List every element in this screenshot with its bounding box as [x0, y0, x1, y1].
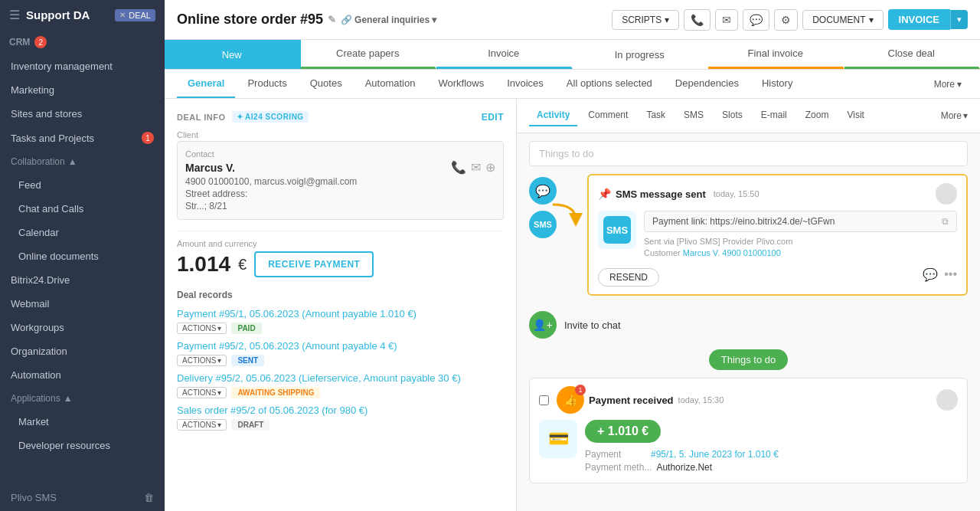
crm-label: CRM — [9, 37, 30, 47]
copy-icon[interactable]: ⧉ — [942, 216, 949, 227]
things-to-do-input[interactable]: Things to do — [529, 141, 968, 166]
contact-phone-icon[interactable]: 📞 — [451, 160, 466, 175]
crm-section: CRM 2 — [0, 30, 165, 54]
record-1-tags: ACTIONS ▾ PAID — [177, 323, 504, 334]
deal-badge-close[interactable]: ✕ — [119, 11, 126, 19]
deal-badge[interactable]: ✕ DEAL — [115, 9, 155, 21]
trash-icon[interactable]: 🗑 — [144, 492, 154, 503]
sidebar-item-marketing[interactable]: Marketing — [0, 78, 165, 102]
scripts-button[interactable]: SCRIPTS ▾ — [612, 10, 679, 30]
tab-products[interactable]: Products — [237, 70, 297, 98]
stage-create-papers[interactable]: Create papers — [301, 40, 437, 69]
contact-details: 4900 01000100, marcus.voigl@gmail.com — [185, 176, 495, 187]
activity-tab-email[interactable]: E-mail — [753, 105, 795, 126]
general-inquiries-tag[interactable]: 🔗 General inquiries ▾ — [341, 15, 436, 25]
activity-tab-more[interactable]: More ▾ — [941, 110, 968, 121]
sidebar-item-calendar[interactable]: Calendar — [0, 221, 165, 244]
sidebar-item-collaboration[interactable]: Collaboration ▲ — [0, 150, 165, 173]
contact-email-icon[interactable]: ✉ — [471, 160, 481, 175]
hamburger-icon[interactable]: ☰ — [9, 8, 20, 22]
record-1-actions-tag[interactable]: ACTIONS ▾ — [177, 323, 227, 334]
invoice-main-button[interactable]: INVOICE — [888, 9, 950, 30]
tab-automation[interactable]: Automation — [354, 70, 426, 98]
sidebar-item-inventory[interactable]: Inventory management — [0, 54, 165, 78]
email-button[interactable]: ✉ — [715, 9, 738, 31]
activity-tab-comment[interactable]: Comment — [580, 105, 635, 126]
sms-text-area: Payment link: https://eino.bitrix24.de/~… — [644, 211, 957, 257]
stage-new[interactable]: New — [165, 40, 301, 69]
sidebar-item-applications-label: Applications — [11, 393, 60, 404]
tab-workflows[interactable]: Workflows — [427, 70, 495, 98]
things-to-do-button[interactable]: Things to do — [709, 349, 789, 370]
record-4-actions-tag[interactable]: ACTIONS ▾ — [177, 419, 227, 431]
more-dots-icon[interactable]: ••• — [944, 267, 957, 281]
activity-tab-slots[interactable]: Slots — [714, 105, 750, 126]
record-link-4[interactable]: Sales order #95/2 of 05.06.2023 (for 980… — [177, 405, 368, 416]
sidebar-item-feed[interactable]: Feed — [0, 173, 165, 197]
invoice-arrow-button[interactable]: ▾ — [950, 10, 968, 29]
sidebar-item-automation[interactable]: Automation — [0, 363, 165, 387]
activity-tab-task[interactable]: Task — [639, 105, 673, 126]
deal-info-edit[interactable]: edit — [482, 112, 504, 123]
document-button[interactable]: DOCUMENT ▾ — [802, 10, 883, 30]
sidebar-item-workgroups[interactable]: Workgroups — [0, 316, 165, 339]
customer-name-link[interactable]: Marcus V. 4900 01000100 — [683, 248, 781, 257]
activity-tab-zoom[interactable]: Zoom — [798, 105, 837, 126]
sidebar-item-developer[interactable]: Developer resources — [0, 434, 165, 457]
sidebar-item-organization[interactable]: Organization — [0, 339, 165, 363]
stage-close-deal[interactable]: Close deal — [844, 40, 981, 69]
invoice-split-button[interactable]: INVOICE ▾ — [888, 9, 968, 30]
scripts-label: SCRIPTS — [622, 15, 662, 25]
ai-scoring-badge[interactable]: ✦ AI24 Scoring — [232, 111, 309, 123]
activity-tab-activity[interactable]: Activity — [529, 105, 577, 126]
title-edit-icon[interactable]: ✎ — [328, 14, 336, 25]
record-link-3[interactable]: Delivery #95/2, 05.06.2023 (Lieferservic… — [177, 372, 461, 384]
tab-more[interactable]: More ▾ — [928, 71, 968, 97]
record-link-2[interactable]: Payment #95/2, 05.06.2023 (Amount payabl… — [177, 340, 397, 352]
tab-quotes[interactable]: Quotes — [299, 70, 353, 98]
payment-notif-badge: 1 — [575, 385, 586, 395]
record-3-actions-tag[interactable]: ACTIONS ▾ — [177, 387, 227, 398]
comment-icon[interactable]: 💬 — [923, 267, 938, 282]
payment-value-link[interactable]: #95/1, 5. June 2023 for 1.010 € — [651, 449, 779, 460]
document-chevron: ▾ — [869, 15, 874, 25]
stage-in-progress[interactable]: In progress — [573, 40, 709, 69]
contact-more-icon[interactable]: ⊕ — [485, 160, 495, 175]
payment-received-title: Payment received — [589, 395, 674, 406]
tab-general[interactable]: General — [177, 70, 235, 98]
tab-all-options[interactable]: All options selected — [556, 70, 663, 98]
client-label: Client — [177, 130, 504, 139]
contact-label: Contact — [185, 149, 495, 159]
sidebar-item-bitrix24-drive[interactable]: Bitrix24.Drive — [0, 268, 165, 292]
record-2-actions-tag[interactable]: ACTIONS ▾ — [177, 355, 227, 366]
document-label: DOCUMENT — [812, 15, 865, 25]
invite-text[interactable]: Invite to chat — [564, 319, 621, 331]
tab-dependencies[interactable]: Dependencies — [665, 70, 750, 98]
phone-button[interactable]: 📞 — [684, 9, 710, 31]
activity-tab-sms[interactable]: SMS — [676, 105, 711, 126]
receive-payment-button[interactable]: RECEIVE PAYMENT — [254, 251, 374, 277]
resend-button[interactable]: RESEND — [598, 268, 659, 287]
sidebar-item-webmail[interactable]: Webmail — [0, 292, 165, 316]
amount-row: 1.014 € RECEIVE PAYMENT — [177, 251, 504, 277]
stage-invoice[interactable]: Invoice — [436, 40, 573, 69]
sms-card-title: SMS message sent — [616, 188, 706, 200]
stage-final-invoice[interactable]: Final invoice — [708, 40, 844, 69]
tab-history[interactable]: History — [751, 70, 803, 98]
sidebar-item-market[interactable]: Market — [0, 410, 165, 434]
tab-invoices[interactable]: Invoices — [496, 70, 554, 98]
sms-card-avatar — [936, 183, 957, 205]
chat-button[interactable]: 💬 — [743, 9, 769, 31]
sidebar-item-applications[interactable]: Applications ▲ — [0, 387, 165, 410]
record-link-1[interactable]: Payment #95/1, 05.06.2023 (Amount payabl… — [177, 308, 416, 319]
sidebar-item-sites-label: Sites and stores — [11, 108, 82, 120]
sidebar-item-sites[interactable]: Sites and stores — [0, 102, 165, 126]
sidebar-item-tasks[interactable]: Tasks and Projects 1 — [0, 126, 165, 150]
activity-tab-visit[interactable]: Visit — [839, 105, 871, 126]
sidebar-item-chat[interactable]: Chat and Calls — [0, 197, 165, 221]
settings-button[interactable]: ⚙ — [774, 9, 798, 31]
sidebar-item-online-docs[interactable]: Online documents — [0, 244, 165, 268]
contact-phone-number: 4900 01000100 — [185, 176, 249, 187]
payment-received-checkbox[interactable] — [539, 395, 549, 405]
record-item-2: Payment #95/2, 05.06.2023 (Amount payabl… — [177, 340, 504, 366]
